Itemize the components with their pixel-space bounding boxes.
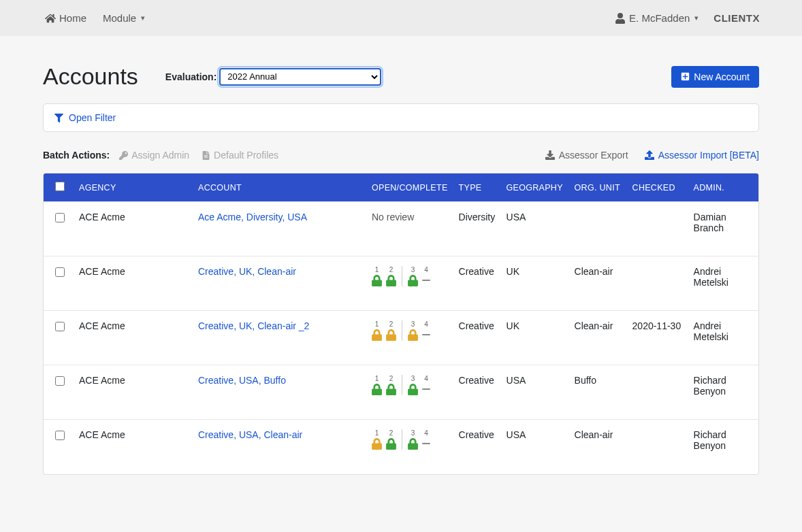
lock-number: 3 bbox=[411, 375, 415, 382]
cell-open-complete: 1234 bbox=[366, 311, 453, 365]
lock-status-2: 2 bbox=[386, 375, 396, 395]
accounts-table: AGENCY ACCOUNT OPEN/COMPLETE TYPE GEOGRA… bbox=[44, 173, 758, 474]
row-checkbox[interactable] bbox=[55, 431, 65, 440]
nav-user[interactable]: E. McFadden ▾ bbox=[615, 12, 699, 24]
cell-geography: USA bbox=[501, 202, 569, 256]
lock-icon bbox=[372, 438, 382, 450]
lock-status-1: 1 bbox=[372, 375, 382, 395]
col-admin[interactable]: ADMIN. bbox=[688, 173, 758, 202]
new-account-button[interactable]: New Account bbox=[671, 66, 759, 88]
row-checkbox[interactable] bbox=[55, 322, 65, 331]
download-icon bbox=[545, 150, 555, 160]
dash-icon bbox=[422, 443, 430, 444]
lock-icon bbox=[386, 438, 396, 450]
page-title: Accounts bbox=[43, 63, 138, 90]
cell-agency: ACE Acme bbox=[74, 256, 193, 311]
brand-logo: CLIENTX bbox=[713, 12, 760, 24]
nav-module-label: Module bbox=[103, 12, 136, 24]
cell-type: Creative bbox=[453, 256, 501, 311]
action-row: Batch Actions: Assign Admin Default Prof… bbox=[43, 150, 759, 161]
assessor-import-link[interactable]: Assessor Import [BETA] bbox=[645, 150, 759, 161]
open-filter-link[interactable]: Open Filter bbox=[54, 112, 748, 123]
cell-agency: ACE Acme bbox=[74, 420, 193, 474]
lock-status-3: 3 bbox=[408, 375, 418, 395]
assessor-export-link[interactable]: Assessor Export bbox=[545, 150, 628, 161]
nav-module[interactable]: Module ▾ bbox=[103, 12, 145, 24]
col-checked[interactable]: CHECKED bbox=[627, 173, 688, 202]
lock-icon bbox=[386, 275, 396, 286]
account-link[interactable]: Creative, USA, Buffo bbox=[198, 375, 286, 386]
nav-home[interactable]: Home bbox=[45, 12, 86, 24]
lock-number: 3 bbox=[411, 429, 415, 437]
assign-admin-label: Assign Admin bbox=[131, 150, 189, 161]
col-geography[interactable]: GEOGRAPHY bbox=[501, 173, 569, 202]
lock-status-4: 4 bbox=[422, 429, 430, 450]
table-row: ACE AcmeCreative, UK, Clean-air _21234Cr… bbox=[44, 311, 758, 365]
lock-number: 3 bbox=[411, 266, 415, 273]
lock-status-2: 2 bbox=[386, 429, 396, 450]
table-header: AGENCY ACCOUNT OPEN/COMPLETE TYPE GEOGRA… bbox=[44, 173, 758, 202]
cell-geography: UK bbox=[501, 311, 569, 365]
lock-status-4: 4 bbox=[422, 266, 430, 286]
cell-org-unit: Clean-air bbox=[569, 311, 627, 365]
lock-number: 2 bbox=[389, 375, 394, 382]
top-navbar: Home Module ▾ E. McFadden ▾ CLIENTX bbox=[0, 0, 802, 36]
cell-type: Creative bbox=[453, 365, 501, 420]
cell-checked bbox=[627, 365, 688, 420]
table-row: ACE AcmeCreative, USA, Buffo1234Creative… bbox=[44, 365, 758, 420]
select-all-checkbox[interactable] bbox=[55, 182, 65, 191]
plus-square-icon bbox=[681, 72, 690, 81]
row-checkbox[interactable] bbox=[55, 376, 65, 386]
accounts-table-wrap: AGENCY ACCOUNT OPEN/COMPLETE TYPE GEOGRA… bbox=[43, 173, 759, 475]
cell-admin: Andrei Metelski bbox=[688, 311, 758, 365]
col-type[interactable]: TYPE bbox=[453, 173, 501, 202]
col-agency[interactable]: AGENCY bbox=[74, 173, 193, 202]
lock-icon bbox=[372, 384, 382, 395]
col-org-unit[interactable]: ORG. UNIT bbox=[569, 173, 627, 202]
cell-admin: Richard Benyon bbox=[688, 365, 758, 420]
lock-icon bbox=[408, 384, 418, 395]
col-account[interactable]: ACCOUNT bbox=[193, 173, 366, 202]
row-checkbox[interactable] bbox=[55, 213, 65, 222]
lock-icon bbox=[386, 329, 396, 341]
row-checkbox[interactable] bbox=[55, 267, 65, 277]
lock-status-1: 1 bbox=[372, 266, 382, 286]
cell-org-unit: Clean-air bbox=[569, 256, 627, 311]
cell-checked: 2020-11-30 bbox=[627, 311, 688, 365]
account-link[interactable]: Creative, USA, Clean-air bbox=[198, 429, 302, 440]
lock-status-1: 1 bbox=[372, 320, 382, 341]
filter-icon bbox=[54, 114, 63, 122]
cell-checked bbox=[627, 202, 688, 256]
evaluation-select[interactable]: 2022 Annual bbox=[219, 68, 381, 86]
lock-number: 1 bbox=[375, 320, 379, 328]
no-review-text: No review bbox=[372, 212, 414, 222]
cell-org-unit bbox=[569, 202, 627, 256]
lock-status-2: 2 bbox=[386, 266, 396, 286]
account-link[interactable]: Creative, UK, Clean-air bbox=[198, 266, 296, 277]
assessor-import-label: Assessor Import [BETA] bbox=[658, 150, 759, 161]
table-body: ACE AcmeAce Acme, Diversity, USANo revie… bbox=[44, 202, 758, 474]
lock-status-3: 3 bbox=[408, 320, 418, 341]
cell-checked bbox=[627, 420, 688, 474]
page-header: Accounts Evaluation: 2022 Annual New Acc… bbox=[43, 63, 759, 90]
lock-icon bbox=[408, 275, 418, 286]
account-link[interactable]: Creative, UK, Clean-air _2 bbox=[198, 320, 309, 331]
default-profiles-action[interactable]: Default Profiles bbox=[202, 150, 278, 161]
lock-number: 1 bbox=[375, 266, 379, 273]
lock-number: 4 bbox=[424, 266, 428, 273]
lock-icon bbox=[408, 438, 418, 450]
cell-type: Creative bbox=[453, 311, 501, 365]
account-link[interactable]: Ace Acme, Diversity, USA bbox=[198, 212, 307, 222]
lock-number: 4 bbox=[424, 429, 428, 437]
lock-number: 4 bbox=[424, 375, 428, 382]
filter-bar: Open Filter bbox=[43, 103, 759, 132]
cell-geography: UK bbox=[501, 256, 569, 311]
file-icon bbox=[202, 151, 210, 160]
lock-icon bbox=[408, 329, 418, 341]
dash-icon bbox=[422, 334, 430, 335]
chevron-down-icon: ▾ bbox=[694, 14, 699, 22]
evaluation-group: Evaluation: 2022 Annual bbox=[165, 68, 381, 86]
col-open-complete[interactable]: OPEN/COMPLETE bbox=[366, 173, 453, 202]
lock-status-3: 3 bbox=[408, 266, 418, 286]
assign-admin-action[interactable]: Assign Admin bbox=[119, 150, 189, 161]
